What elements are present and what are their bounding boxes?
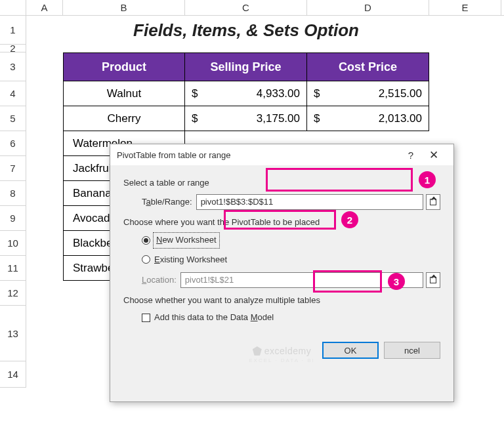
datamodel-checkbox[interactable] — [142, 314, 150, 322]
collapse-range-button[interactable] — [426, 194, 440, 210]
row-header-14[interactable]: 14 — [0, 361, 26, 388]
th-cost[interactable]: Cost Price — [307, 52, 429, 81]
radio-new-worksheet[interactable] — [142, 236, 150, 245]
table-row: Cherry $3,175.00 $2,013.00 — [63, 106, 429, 131]
dialog-body: Select a table or range Table/Range: piv… — [110, 165, 453, 335]
col-header-E[interactable]: E — [429, 0, 501, 15]
section-multiple-tables: Choose whether you want to analyze multi… — [123, 295, 440, 306]
callout-badge-2: 2 — [341, 211, 358, 228]
radio-existing-worksheet-row: Existing Worksheet — [142, 254, 440, 266]
range-selector-icon — [430, 277, 436, 283]
tablerange-row: Table/Range: pivot1!$B$3:$D$11 — [142, 194, 440, 210]
cell-selling[interactable]: $4,933.00 — [185, 81, 307, 106]
dialog-close-button[interactable]: ✕ — [421, 148, 447, 162]
col-header-D[interactable]: D — [307, 0, 429, 15]
cell-product[interactable]: Walnut — [63, 81, 185, 106]
row-header-12[interactable]: 12 — [0, 281, 26, 306]
datamodel-label[interactable]: Add this data to the Data Model — [154, 312, 274, 323]
select-all-corner[interactable] — [0, 0, 26, 15]
col-header-A[interactable]: A — [26, 0, 63, 15]
row-header-9[interactable]: 9 — [0, 206, 26, 231]
dialog-title-text: PivotTable from table or range — [117, 150, 401, 160]
range-selector-icon — [430, 199, 436, 205]
row-header-11[interactable]: 11 — [0, 256, 26, 281]
cell-cost[interactable]: $2,013.00 — [307, 106, 429, 131]
cell-cost[interactable]: $2,515.00 — [307, 81, 429, 106]
th-product[interactable]: Product — [63, 52, 185, 81]
row-header-10[interactable]: 10 — [0, 231, 26, 256]
ok-button[interactable]: OK — [322, 342, 379, 359]
location-input[interactable]: pivot1!$L$21 — [180, 272, 423, 288]
th-selling[interactable]: Selling Price — [185, 52, 307, 81]
row-header-2[interactable]: 2 — [0, 45, 26, 52]
radio-existing-worksheet-label[interactable]: Existing Worksheet — [154, 254, 227, 266]
callout-badge-1: 1 — [419, 171, 436, 188]
row-header-6[interactable]: 6 — [0, 131, 26, 156]
row-header-4[interactable]: 4 — [0, 81, 26, 106]
row-header-col: 1 2 3 4 5 6 7 8 9 10 11 12 13 14 — [0, 16, 26, 388]
radio-existing-worksheet[interactable] — [142, 255, 150, 264]
row-header-13[interactable]: 13 — [0, 306, 26, 361]
radio-new-worksheet-label[interactable]: New Worksheet — [154, 234, 219, 247]
cancel-button[interactable]: ncel — [384, 342, 440, 359]
collapse-location-button[interactable] — [426, 272, 440, 288]
callout-badge-3: 3 — [388, 273, 405, 290]
cell-selling[interactable]: $3,175.00 — [185, 106, 307, 131]
section-placement: Choose where you want the PivotTable to … — [123, 216, 440, 228]
row-header-8[interactable]: 8 — [0, 181, 26, 206]
row-header-3[interactable]: 3 — [0, 52, 26, 81]
tablerange-label: Table/Range: — [142, 196, 192, 208]
radio-new-worksheet-row: New Worksheet — [142, 234, 440, 247]
table-row: Walnut $4,933.00 $2,515.00 — [63, 81, 429, 106]
tablerange-input[interactable]: pivot1!$B$3:$D$11 — [196, 194, 423, 210]
table-header-row: Product Selling Price Cost Price — [63, 52, 429, 81]
pivottable-dialog: PivotTable from table or range ? ✕ Selec… — [110, 144, 454, 402]
col-header-B[interactable]: B — [63, 0, 185, 15]
dialog-help-button[interactable]: ? — [401, 150, 421, 161]
row-header-7[interactable]: 7 — [0, 156, 26, 181]
row-header-5[interactable]: 5 — [0, 106, 26, 131]
datamodel-row: Add this data to the Data Model — [142, 312, 440, 323]
row-header-1[interactable]: 1 — [0, 16, 26, 45]
cell-product[interactable]: Cherry — [63, 106, 185, 131]
dialog-footer: OK ncel — [110, 335, 453, 369]
location-label: Location: — [142, 274, 177, 286]
col-header-C[interactable]: C — [185, 0, 307, 15]
dialog-titlebar[interactable]: PivotTable from table or range ? ✕ — [110, 144, 453, 165]
page-title: Fields, Items, & Sets Option — [63, 16, 429, 45]
section-select-range: Select a table or range — [123, 177, 440, 189]
column-header-row: A B C D E — [0, 0, 504, 16]
